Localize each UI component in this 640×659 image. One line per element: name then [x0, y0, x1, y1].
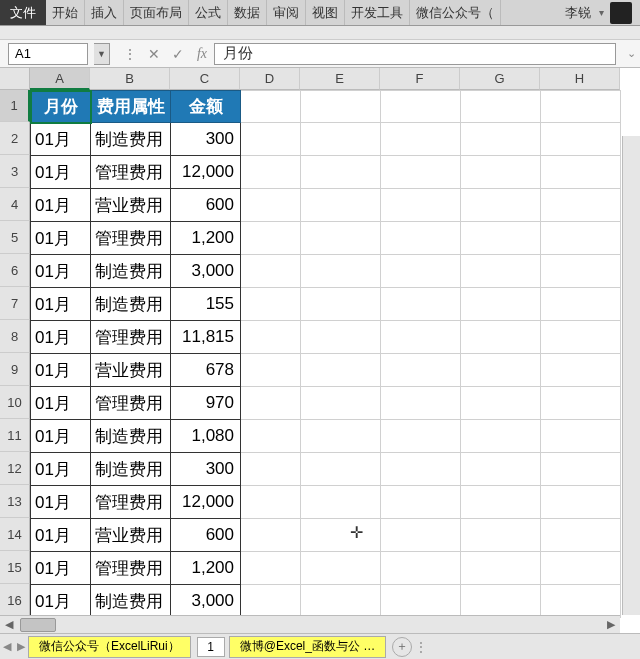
scroll-thumb[interactable] — [20, 618, 56, 632]
cell-A12[interactable]: 01月 — [31, 453, 91, 486]
cell-empty[interactable] — [461, 255, 541, 288]
cell-B9[interactable]: 营业费用 — [91, 354, 171, 387]
tab-first-icon[interactable]: ◀ — [0, 640, 14, 653]
cell-empty[interactable] — [381, 486, 461, 519]
cell-empty[interactable] — [241, 156, 301, 189]
cell-empty[interactable] — [461, 486, 541, 519]
more-icon[interactable]: ⋮ — [118, 46, 142, 62]
col-header-H[interactable]: H — [540, 68, 620, 90]
scroll-left-icon[interactable]: ◀ — [0, 616, 18, 634]
cell-empty[interactable] — [301, 387, 381, 420]
cell-empty[interactable] — [301, 585, 381, 618]
cell-C10[interactable]: 970 — [171, 387, 241, 420]
row-header-8[interactable]: 8 — [0, 320, 30, 353]
cell-empty[interactable] — [381, 552, 461, 585]
cell-B8[interactable]: 管理费用 — [91, 321, 171, 354]
cell-empty[interactable] — [461, 288, 541, 321]
cell-empty[interactable] — [461, 321, 541, 354]
cell-empty[interactable] — [541, 519, 621, 552]
cell-empty[interactable] — [461, 420, 541, 453]
cell-empty[interactable] — [541, 255, 621, 288]
cell-empty[interactable] — [541, 486, 621, 519]
cell-B10[interactable]: 管理费用 — [91, 387, 171, 420]
cell-empty[interactable] — [241, 91, 301, 123]
cell-B15[interactable]: 管理费用 — [91, 552, 171, 585]
row-header-15[interactable]: 15 — [0, 551, 30, 584]
cell-B16[interactable]: 制造费用 — [91, 585, 171, 618]
cell-empty[interactable] — [541, 123, 621, 156]
row-header-6[interactable]: 6 — [0, 254, 30, 287]
menu-file[interactable]: 文件 — [0, 0, 46, 25]
col-header-B[interactable]: B — [90, 68, 170, 90]
scroll-right-icon[interactable]: ▶ — [602, 616, 620, 634]
cell-B3[interactable]: 管理费用 — [91, 156, 171, 189]
row-header-2[interactable]: 2 — [0, 122, 30, 155]
col-header-E[interactable]: E — [300, 68, 380, 90]
menu-view[interactable]: 视图 — [306, 0, 345, 25]
cell-empty[interactable] — [461, 354, 541, 387]
cell-empty[interactable] — [301, 453, 381, 486]
cell-A11[interactable]: 01月 — [31, 420, 91, 453]
col-header-C[interactable]: C — [170, 68, 240, 90]
menu-home[interactable]: 开始 — [46, 0, 85, 25]
cell-A4[interactable]: 01月 — [31, 189, 91, 222]
cell-empty[interactable] — [381, 321, 461, 354]
row-header-11[interactable]: 11 — [0, 419, 30, 452]
menu-review[interactable]: 审阅 — [267, 0, 306, 25]
cell-A10[interactable]: 01月 — [31, 387, 91, 420]
col-header-A[interactable]: A — [30, 68, 90, 90]
cell-empty[interactable] — [541, 321, 621, 354]
cell-empty[interactable] — [241, 486, 301, 519]
cell-empty[interactable] — [461, 552, 541, 585]
cell-A14[interactable]: 01月 — [31, 519, 91, 552]
user-menu[interactable]: 李锐 ▾ — [557, 0, 640, 25]
cell-empty[interactable] — [381, 585, 461, 618]
cancel-icon[interactable]: ✕ — [142, 46, 166, 62]
cell-empty[interactable] — [461, 189, 541, 222]
name-box-dropdown[interactable]: ▼ — [94, 43, 110, 65]
cell-empty[interactable] — [301, 123, 381, 156]
cell-A6[interactable]: 01月 — [31, 255, 91, 288]
cell-empty[interactable] — [301, 519, 381, 552]
cell-empty[interactable] — [381, 156, 461, 189]
menu-dev[interactable]: 开发工具 — [345, 0, 410, 25]
menu-layout[interactable]: 页面布局 — [124, 0, 189, 25]
cell-C6[interactable]: 3,000 — [171, 255, 241, 288]
cell-C5[interactable]: 1,200 — [171, 222, 241, 255]
cell-A7[interactable]: 01月 — [31, 288, 91, 321]
cell-C15[interactable]: 1,200 — [171, 552, 241, 585]
cell-empty[interactable] — [461, 519, 541, 552]
cell-empty[interactable] — [241, 387, 301, 420]
cell-empty[interactable] — [381, 189, 461, 222]
formula-input[interactable]: 月份 — [214, 43, 616, 65]
cell-C14[interactable]: 600 — [171, 519, 241, 552]
cell-empty[interactable] — [381, 255, 461, 288]
cell-empty[interactable] — [461, 453, 541, 486]
cell-empty[interactable] — [461, 222, 541, 255]
header-cell-a[interactable]: 月份 — [31, 91, 91, 123]
cell-empty[interactable] — [241, 552, 301, 585]
cell-empty[interactable] — [301, 222, 381, 255]
col-header-D[interactable]: D — [240, 68, 300, 90]
cell-empty[interactable] — [381, 354, 461, 387]
cell-B5[interactable]: 管理费用 — [91, 222, 171, 255]
row-header-12[interactable]: 12 — [0, 452, 30, 485]
row-header-13[interactable]: 13 — [0, 485, 30, 518]
row-header-5[interactable]: 5 — [0, 221, 30, 254]
cell-B12[interactable]: 制造费用 — [91, 453, 171, 486]
cell-empty[interactable] — [241, 354, 301, 387]
cell-empty[interactable] — [241, 420, 301, 453]
cell-empty[interactable] — [241, 255, 301, 288]
fx-icon[interactable]: fx — [190, 46, 214, 62]
cell-empty[interactable] — [461, 123, 541, 156]
cell-empty[interactable] — [301, 91, 381, 123]
row-header-14[interactable]: 14 — [0, 518, 30, 551]
header-cell-b[interactable]: 费用属性 — [91, 91, 171, 123]
cell-empty[interactable] — [301, 156, 381, 189]
menu-insert[interactable]: 插入 — [85, 0, 124, 25]
cell-A9[interactable]: 01月 — [31, 354, 91, 387]
cell-empty[interactable] — [241, 585, 301, 618]
cell-empty[interactable] — [541, 354, 621, 387]
cell-C16[interactable]: 3,000 — [171, 585, 241, 618]
cell-empty[interactable] — [541, 420, 621, 453]
